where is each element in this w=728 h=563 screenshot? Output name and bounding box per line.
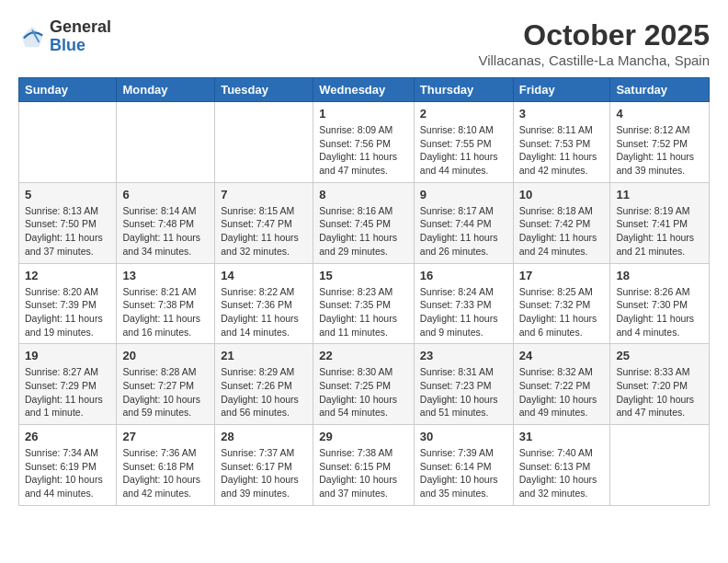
day-info: Sunrise: 8:09 AM Sunset: 7:56 PM Dayligh… [319, 123, 408, 178]
day-info: Sunrise: 8:11 AM Sunset: 7:53 PM Dayligh… [519, 123, 605, 178]
day-info: Sunrise: 8:29 AM Sunset: 7:26 PM Dayligh… [221, 365, 307, 419]
weekday-header-saturday: Saturday [610, 78, 710, 102]
page-header: General Blue October 2025 Villacanas, Ca… [18, 18, 710, 68]
day-number: 7 [221, 188, 307, 201]
day-number: 13 [122, 269, 209, 282]
calendar-cell: 1Sunrise: 8:09 AM Sunset: 7:56 PM Daylig… [313, 102, 415, 183]
calendar-week-3: 12Sunrise: 8:20 AM Sunset: 7:39 PM Dayli… [19, 263, 710, 344]
day-info: Sunrise: 8:20 AM Sunset: 7:39 PM Dayligh… [25, 285, 110, 339]
day-number: 21 [221, 349, 307, 362]
calendar-cell: 16Sunrise: 8:24 AM Sunset: 7:33 PM Dayli… [414, 263, 513, 344]
calendar-cell: 10Sunrise: 8:18 AM Sunset: 7:42 PM Dayli… [513, 182, 610, 263]
day-info: Sunrise: 8:17 AM Sunset: 7:44 PM Dayligh… [420, 204, 507, 259]
calendar-cell: 23Sunrise: 8:31 AM Sunset: 7:23 PM Dayli… [414, 344, 513, 425]
day-number: 27 [122, 430, 209, 443]
logo-blue-text: Blue [50, 37, 111, 55]
weekday-header-wednesday: Wednesday [313, 78, 415, 102]
weekday-header-sunday: Sunday [19, 78, 117, 102]
calendar-cell: 29Sunrise: 7:38 AM Sunset: 6:15 PM Dayli… [313, 425, 415, 506]
month-title: October 2025 [478, 18, 710, 52]
day-info: Sunrise: 8:27 AM Sunset: 7:29 PM Dayligh… [25, 365, 110, 419]
day-info: Sunrise: 7:38 AM Sunset: 6:15 PM Dayligh… [319, 446, 408, 500]
day-info: Sunrise: 8:10 AM Sunset: 7:55 PM Dayligh… [420, 123, 507, 178]
day-info: Sunrise: 7:34 AM Sunset: 6:19 PM Dayligh… [25, 446, 110, 500]
day-number: 3 [519, 107, 605, 121]
day-info: Sunrise: 8:28 AM Sunset: 7:27 PM Dayligh… [122, 365, 209, 419]
calendar-cell: 26Sunrise: 7:34 AM Sunset: 6:19 PM Dayli… [19, 425, 117, 506]
day-info: Sunrise: 7:37 AM Sunset: 6:17 PM Dayligh… [221, 446, 307, 500]
day-info: Sunrise: 8:22 AM Sunset: 7:36 PM Dayligh… [221, 285, 307, 339]
calendar-cell: 11Sunrise: 8:19 AM Sunset: 7:41 PM Dayli… [610, 182, 710, 263]
calendar-cell: 28Sunrise: 7:37 AM Sunset: 6:17 PM Dayli… [215, 425, 313, 506]
calendar-cell: 25Sunrise: 8:33 AM Sunset: 7:20 PM Dayli… [610, 344, 710, 425]
calendar-week-2: 5Sunrise: 8:13 AM Sunset: 7:50 PM Daylig… [19, 182, 710, 263]
calendar-cell: 12Sunrise: 8:20 AM Sunset: 7:39 PM Dayli… [19, 263, 117, 344]
day-info: Sunrise: 8:21 AM Sunset: 7:38 PM Dayligh… [122, 285, 209, 339]
calendar-cell [215, 102, 313, 183]
day-info: Sunrise: 8:13 AM Sunset: 7:50 PM Dayligh… [25, 204, 110, 259]
day-number: 24 [519, 349, 605, 362]
day-number: 26 [25, 430, 110, 443]
calendar-week-4: 19Sunrise: 8:27 AM Sunset: 7:29 PM Dayli… [19, 344, 710, 425]
day-number: 23 [420, 349, 507, 362]
day-info: Sunrise: 7:36 AM Sunset: 6:18 PM Dayligh… [122, 446, 209, 500]
day-number: 2 [420, 107, 507, 121]
weekday-header-thursday: Thursday [414, 78, 513, 102]
calendar-cell: 17Sunrise: 8:25 AM Sunset: 7:32 PM Dayli… [513, 263, 610, 344]
title-section: October 2025 Villacanas, Castille-La Man… [478, 18, 710, 68]
calendar-cell: 8Sunrise: 8:16 AM Sunset: 7:45 PM Daylig… [313, 182, 415, 263]
calendar-cell: 22Sunrise: 8:30 AM Sunset: 7:25 PM Dayli… [313, 344, 415, 425]
day-number: 9 [420, 188, 507, 201]
day-info: Sunrise: 8:24 AM Sunset: 7:33 PM Dayligh… [420, 285, 507, 339]
day-number: 25 [616, 349, 703, 362]
calendar-cell: 21Sunrise: 8:29 AM Sunset: 7:26 PM Dayli… [215, 344, 313, 425]
calendar-cell: 24Sunrise: 8:32 AM Sunset: 7:22 PM Dayli… [513, 344, 610, 425]
day-info: Sunrise: 8:12 AM Sunset: 7:52 PM Dayligh… [616, 123, 703, 178]
day-info: Sunrise: 8:26 AM Sunset: 7:30 PM Dayligh… [616, 285, 703, 339]
day-number: 14 [221, 269, 307, 282]
calendar-cell: 15Sunrise: 8:23 AM Sunset: 7:35 PM Dayli… [313, 263, 415, 344]
logo-icon [18, 23, 46, 51]
day-number: 18 [616, 269, 703, 282]
weekday-header-monday: Monday [117, 78, 215, 102]
calendar-cell: 19Sunrise: 8:27 AM Sunset: 7:29 PM Dayli… [19, 344, 117, 425]
day-number: 31 [519, 430, 605, 443]
day-info: Sunrise: 8:19 AM Sunset: 7:41 PM Dayligh… [616, 204, 703, 259]
calendar-cell: 13Sunrise: 8:21 AM Sunset: 7:38 PM Dayli… [117, 263, 215, 344]
day-number: 17 [519, 269, 605, 282]
day-number: 11 [616, 188, 703, 201]
day-number: 29 [319, 430, 408, 443]
day-info: Sunrise: 7:40 AM Sunset: 6:13 PM Dayligh… [519, 446, 605, 500]
day-info: Sunrise: 7:39 AM Sunset: 6:14 PM Dayligh… [420, 446, 507, 500]
calendar-cell: 30Sunrise: 7:39 AM Sunset: 6:14 PM Dayli… [414, 425, 513, 506]
day-number: 16 [420, 269, 507, 282]
day-number: 8 [319, 188, 408, 201]
calendar-cell: 9Sunrise: 8:17 AM Sunset: 7:44 PM Daylig… [414, 182, 513, 263]
day-info: Sunrise: 8:31 AM Sunset: 7:23 PM Dayligh… [420, 365, 507, 419]
calendar-table: SundayMondayTuesdayWednesdayThursdayFrid… [18, 77, 710, 506]
day-info: Sunrise: 8:25 AM Sunset: 7:32 PM Dayligh… [519, 285, 605, 339]
calendar-body: 1Sunrise: 8:09 AM Sunset: 7:56 PM Daylig… [19, 102, 710, 506]
calendar-cell: 5Sunrise: 8:13 AM Sunset: 7:50 PM Daylig… [19, 182, 117, 263]
day-info: Sunrise: 8:16 AM Sunset: 7:45 PM Dayligh… [319, 204, 408, 259]
calendar-cell: 3Sunrise: 8:11 AM Sunset: 7:53 PM Daylig… [513, 102, 610, 183]
day-info: Sunrise: 8:18 AM Sunset: 7:42 PM Dayligh… [519, 204, 605, 259]
day-info: Sunrise: 8:32 AM Sunset: 7:22 PM Dayligh… [519, 365, 605, 419]
day-info: Sunrise: 8:14 AM Sunset: 7:48 PM Dayligh… [122, 204, 209, 259]
day-number: 15 [319, 269, 408, 282]
logo-text: General Blue [50, 18, 111, 55]
logo-general-text: General [50, 18, 111, 37]
logo: General Blue [18, 18, 111, 55]
day-number: 4 [616, 107, 703, 121]
day-number: 19 [25, 349, 110, 362]
weekday-header-friday: Friday [513, 78, 610, 102]
day-number: 22 [319, 349, 408, 362]
day-number: 6 [122, 188, 209, 201]
calendar-cell [610, 425, 710, 506]
day-info: Sunrise: 8:23 AM Sunset: 7:35 PM Dayligh… [319, 285, 408, 339]
calendar-cell: 18Sunrise: 8:26 AM Sunset: 7:30 PM Dayli… [610, 263, 710, 344]
day-number: 12 [25, 269, 110, 282]
calendar-cell: 20Sunrise: 8:28 AM Sunset: 7:27 PM Dayli… [117, 344, 215, 425]
day-number: 30 [420, 430, 507, 443]
calendar-header: SundayMondayTuesdayWednesdayThursdayFrid… [19, 78, 710, 102]
